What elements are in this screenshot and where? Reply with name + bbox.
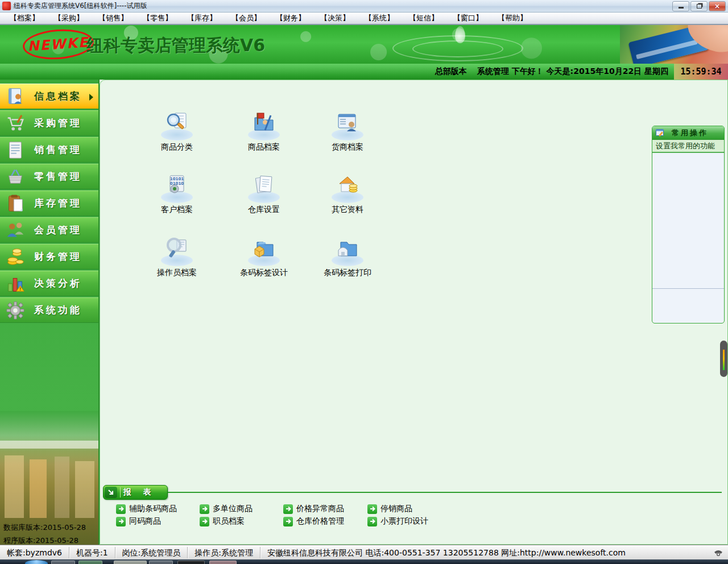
menu-system[interactable]: 【系统】 [357,13,402,24]
sidebar-item-label: 销售管理 [34,143,82,156]
db-version-text: 数据库版本:2015-05-28 [3,522,86,533]
grid-item-label: 商品分类 [143,142,211,152]
folder-flag-icon [250,110,278,137]
sidebar-item-label: 财务管理 [34,250,82,263]
phone-icon [713,548,723,557]
minimize-button[interactable] [672,1,689,11]
sidebar-item-inventory[interactable]: 库存管理 [0,190,98,216]
quick-panel-header: 常用操作 [652,126,724,140]
report-link-multi-unit[interactable]: 多单位商品 [200,504,253,514]
app-window: 纽科专卖店管理系统V6[纽科软件]----试用版 × 【档案】 【采购】 【销售… [0,0,728,564]
menu-decision[interactable]: 【决策】 [313,13,357,24]
menu-sms[interactable]: 【短信】 [402,13,446,24]
window-pencil-icon [656,129,665,137]
grid-item-customer-archive[interactable]: 10101 01010 客户档案 [143,172,211,215]
scrollbar-thumb[interactable] [720,341,727,377]
main-panel: 商品分类 商品档案 [100,80,728,545]
greeting-text: 系统管理 下午好！ 今天是:2015年10月22日 星期四 [477,67,668,77]
sidebar-item-finance[interactable]: 财务管理 [0,244,98,269]
report-link-receipt-design[interactable]: 小票打印设计 [367,516,428,526]
quick-panel-separator [652,288,724,289]
sidebar-item-system[interactable]: 系统功能 [0,297,98,323]
clipboard-icon [5,193,26,214]
menu-finance[interactable]: 【财务】 [268,13,313,24]
grid-item-barcode-design[interactable]: 条码标签设计 [230,235,298,278]
taskbar-item[interactable] [51,561,75,564]
window-title: 纽科专卖店管理系统V6[纽科软件]----试用版 [14,1,147,11]
status-company: 安徽纽科信息科技有限公司 电话:400-0551-357 13205512788… [260,547,632,558]
sidebar-item-members[interactable]: 会员管理 [0,217,98,243]
menu-window[interactable]: 【窗口】 [446,13,490,24]
menu-bar: 【档案】 【采购】 【销售】 【零售】 【库存】 【会员】 【财务】 【决策】 … [0,13,728,25]
document-icon [5,139,26,161]
menu-purchase[interactable]: 【采购】 [47,13,91,24]
grid-item-label: 商品档案 [230,142,298,152]
pages-icon [250,172,278,200]
arrow-right-icon [116,517,126,526]
menu-inventory[interactable]: 【库存】 [180,13,224,24]
start-button[interactable] [25,560,48,564]
reports-rule [168,492,722,493]
gear-icon [5,300,26,321]
taskbar [0,559,728,564]
basket-icon [5,166,26,188]
sidebar-item-label: 库存管理 [34,197,82,210]
water-drop [455,26,465,43]
grid-item-supplier-archive[interactable]: 货商档案 [313,110,382,152]
taskbar-item[interactable] [78,561,102,564]
magnifier-page-icon [163,235,191,263]
restore-button[interactable] [690,1,708,11]
taskbar-item[interactable] [209,561,237,564]
grid-item-other-data[interactable]: 其它资料 [313,172,382,215]
grid-item-product-archive[interactable]: 商品档案 [230,110,298,152]
report-link-same-code[interactable]: 同码商品 [116,516,161,526]
grid-item-label: 货商档案 [313,142,382,152]
notebook-person-icon [5,86,26,107]
taskbar-item[interactable] [177,561,205,564]
report-link-price-abnormal[interactable]: 价格异常商品 [283,504,344,514]
clock-box: 15:59:34 [674,64,728,80]
grid-item-warehouse-settings[interactable]: 仓库设置 [230,172,298,215]
report-link-aux-barcode[interactable]: 辅助条码商品 [116,504,177,514]
svg-text:10101: 10101 [170,177,184,181]
reports-tab[interactable]: 报 表 [103,485,168,500]
setup-favorites-item[interactable]: 设置我常用的功能 [652,140,724,153]
sidebar-item-retail[interactable]: 零售管理 [0,164,98,189]
report-link-discontinued[interactable]: 停销商品 [367,504,412,514]
sidebar-item-purchase[interactable]: 采购管理 [0,110,98,136]
quick-panel-title: 常用操作 [672,128,708,138]
report-link-warehouse-price[interactable]: 仓库价格管理 [283,516,344,526]
newke-logo: NEWKE [22,27,94,62]
sidebar-item-info-archives[interactable]: 信息档案 [0,84,98,109]
sidebar-item-decision[interactable]: ! 决策分析 [0,271,98,296]
status-bar: 帐套:byzmdv6 机器号:1 岗位:系统管理员 操作员:系统管理 安徽纽科信… [0,545,728,559]
app-logo-icon [2,2,11,10]
arrow-right-icon [200,504,209,514]
cart-icon [5,113,26,134]
sidebar-item-label: 会员管理 [34,223,82,237]
report-link-staff-archive[interactable]: 职员档案 [200,516,245,526]
menu-help[interactable]: 【帮助】 [490,13,535,24]
quick-actions-panel: 常用操作 设置我常用的功能 [652,126,725,324]
close-button[interactable]: × [709,1,726,11]
taskbar-item-ftp[interactable] [114,561,147,564]
arrow-right-icon [367,504,377,514]
grid-item-label: 条码标签设计 [230,268,298,278]
grid-item-product-category[interactable]: 商品分类 [143,110,211,152]
sidebar-item-sales[interactable]: 销售管理 [0,137,98,163]
logo-text: NEWKE [27,34,90,54]
grid-item-label: 客户档案 [143,205,211,215]
menu-retail[interactable]: 【零售】 [135,13,180,24]
reports-title: 报 表 [123,487,156,497]
grid-item-barcode-print[interactable]: 条码标签打印 [313,235,382,278]
grid-item-label: 仓库设置 [230,205,298,215]
coins-icon [5,246,26,268]
sidebar-item-label: 信息档案 [34,90,82,103]
search-document-icon [163,110,191,137]
menu-archives[interactable]: 【档案】 [2,13,47,24]
taskbar-item[interactable] [149,561,173,564]
status-operator: 操作员:系统管理 [188,547,260,558]
menu-sales[interactable]: 【销售】 [91,13,135,24]
menu-members[interactable]: 【会员】 [224,13,268,24]
grid-item-operator-archive[interactable]: 操作员档案 [143,235,211,278]
